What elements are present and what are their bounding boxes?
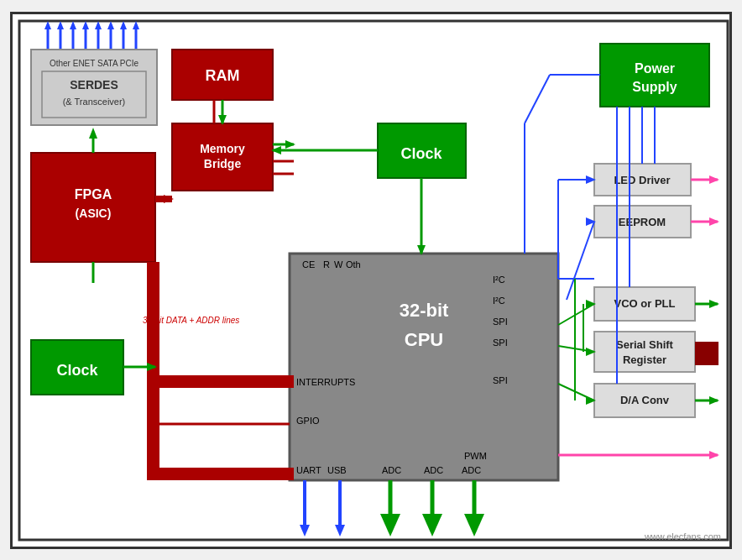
svg-marker-112 bbox=[586, 396, 596, 405]
svg-rect-47 bbox=[594, 384, 695, 417]
svg-marker-72 bbox=[164, 195, 174, 203]
svg-text:Memory: Memory bbox=[200, 142, 245, 155]
diagram-container: Other ENET SATA PCIe SERDES (& Transceiv… bbox=[10, 12, 732, 549]
svg-marker-75 bbox=[218, 115, 227, 125]
svg-text:CE: CE bbox=[302, 259, 315, 270]
svg-text:ADC: ADC bbox=[424, 465, 443, 475]
svg-rect-38 bbox=[594, 164, 691, 196]
svg-text:Clock: Clock bbox=[56, 362, 98, 379]
svg-text:Supply: Supply bbox=[632, 80, 677, 94]
svg-text:CPU: CPU bbox=[405, 329, 443, 350]
svg-marker-93 bbox=[709, 175, 719, 184]
svg-rect-25 bbox=[172, 123, 273, 191]
svg-rect-28 bbox=[31, 153, 155, 262]
svg-rect-44 bbox=[594, 332, 695, 372]
svg-line-107 bbox=[558, 304, 594, 325]
svg-marker-95 bbox=[709, 217, 719, 226]
svg-text:FPGA: FPGA bbox=[75, 187, 112, 201]
svg-text:(ASIC): (ASIC) bbox=[76, 207, 112, 220]
svg-rect-49 bbox=[290, 254, 558, 480]
svg-text:D/A Conv: D/A Conv bbox=[620, 394, 670, 406]
svg-marker-9 bbox=[82, 21, 89, 29]
svg-rect-36 bbox=[31, 340, 123, 395]
svg-marker-11 bbox=[95, 21, 102, 29]
svg-text:I²C: I²C bbox=[493, 275, 505, 285]
svg-text:PWM: PWM bbox=[464, 451, 487, 461]
svg-text:Clock: Clock bbox=[400, 145, 442, 162]
svg-marker-125 bbox=[380, 514, 400, 536]
svg-marker-110 bbox=[586, 348, 596, 356]
svg-text:I²C: I²C bbox=[493, 296, 505, 306]
svg-marker-15 bbox=[120, 21, 127, 29]
svg-marker-78 bbox=[285, 140, 295, 149]
watermark: www.elecfans.com bbox=[645, 531, 721, 542]
svg-text:SPI: SPI bbox=[493, 317, 508, 327]
svg-rect-98 bbox=[695, 342, 718, 365]
svg-text:USB: USB bbox=[327, 465, 347, 475]
svg-marker-129 bbox=[464, 514, 484, 536]
svg-rect-20 bbox=[42, 71, 146, 118]
svg-marker-119 bbox=[212, 379, 222, 388]
diagram-svg: Other ENET SATA PCIe SERDES (& Transceiv… bbox=[13, 14, 729, 547]
svg-rect-18 bbox=[31, 50, 157, 125]
svg-marker-100 bbox=[709, 396, 719, 405]
svg-text:Oth: Oth bbox=[346, 259, 361, 270]
svg-text:(& Transceiver): (& Transceiver) bbox=[63, 97, 126, 107]
svg-marker-104 bbox=[586, 175, 596, 184]
svg-text:SERDES: SERDES bbox=[70, 78, 118, 92]
svg-marker-97 bbox=[709, 300, 719, 308]
svg-rect-31 bbox=[378, 123, 466, 178]
svg-marker-82 bbox=[417, 245, 426, 255]
svg-marker-3 bbox=[44, 21, 51, 29]
svg-marker-17 bbox=[133, 21, 139, 29]
svg-rect-23 bbox=[172, 50, 273, 100]
svg-marker-108 bbox=[586, 300, 596, 308]
svg-marker-5 bbox=[57, 21, 64, 29]
svg-line-105 bbox=[567, 222, 594, 300]
svg-line-109 bbox=[558, 346, 594, 352]
svg-text:ADC: ADC bbox=[462, 465, 481, 475]
svg-text:Serial Shift: Serial Shift bbox=[616, 338, 674, 351]
svg-rect-42 bbox=[594, 287, 695, 321]
svg-rect-115 bbox=[147, 468, 294, 480]
svg-rect-117 bbox=[159, 375, 294, 388]
svg-line-111 bbox=[558, 384, 594, 400]
svg-text:ADC: ADC bbox=[382, 465, 401, 475]
svg-line-86 bbox=[525, 75, 550, 123]
svg-marker-13 bbox=[107, 21, 114, 29]
svg-text:EEPROM: EEPROM bbox=[619, 216, 666, 228]
svg-text:SPI: SPI bbox=[493, 375, 508, 385]
svg-rect-116 bbox=[147, 375, 214, 388]
svg-marker-127 bbox=[422, 514, 442, 536]
svg-marker-121 bbox=[300, 525, 310, 536]
svg-text:VCO or PLL: VCO or PLL bbox=[614, 297, 676, 310]
svg-text:INTERRUPTS: INTERRUPTS bbox=[296, 377, 355, 387]
svg-text:GPIO: GPIO bbox=[296, 416, 320, 426]
svg-text:Bridge: Bridge bbox=[204, 157, 242, 170]
svg-marker-84 bbox=[271, 146, 281, 154]
svg-text:SPI: SPI bbox=[493, 338, 508, 348]
svg-marker-70 bbox=[89, 128, 97, 139]
svg-marker-136 bbox=[709, 451, 719, 459]
svg-text:32-bit: 32-bit bbox=[400, 300, 449, 321]
svg-rect-114 bbox=[147, 262, 159, 472]
svg-text:UART: UART bbox=[296, 465, 321, 475]
svg-marker-131 bbox=[147, 363, 157, 371]
svg-text:LED Driver: LED Driver bbox=[614, 174, 670, 186]
svg-marker-106 bbox=[586, 217, 596, 226]
svg-text:W: W bbox=[334, 259, 343, 270]
svg-text:R: R bbox=[323, 259, 330, 270]
svg-text:32-bit DATA + ADDR lines: 32-bit DATA + ADDR lines bbox=[143, 316, 239, 325]
svg-text:Other ENET SATA PCIe: Other ENET SATA PCIe bbox=[50, 59, 139, 68]
svg-marker-7 bbox=[70, 21, 76, 29]
svg-marker-123 bbox=[335, 525, 345, 536]
svg-rect-33 bbox=[600, 44, 709, 107]
svg-text:Register: Register bbox=[623, 353, 666, 366]
svg-rect-0 bbox=[13, 14, 729, 547]
svg-text:Power: Power bbox=[635, 61, 675, 76]
svg-text:RAM: RAM bbox=[206, 67, 240, 84]
svg-rect-1 bbox=[19, 21, 728, 540]
svg-rect-40 bbox=[594, 206, 691, 238]
